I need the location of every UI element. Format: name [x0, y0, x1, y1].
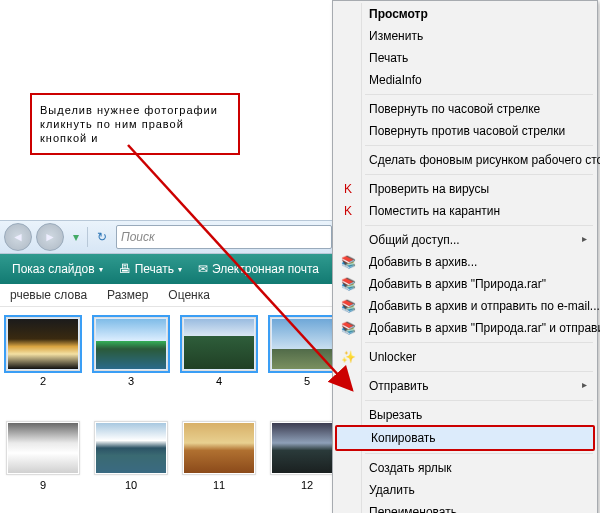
nav-separator: [87, 227, 88, 247]
menu-rotate-cw[interactable]: Повернуть по часовой стрелке: [335, 98, 595, 120]
menu-copy[interactable]: Копировать: [335, 425, 595, 451]
nav-back-button[interactable]: ◄: [4, 223, 32, 251]
thumbnail-item[interactable]: 4: [182, 317, 256, 387]
thumbnail-caption: 11: [182, 479, 256, 491]
menu-edit[interactable]: Изменить: [335, 25, 595, 47]
thumbnail-caption: 10: [94, 479, 168, 491]
menu-rotate-ccw[interactable]: Повернуть против часовой стрелки: [335, 120, 595, 142]
kaspersky-icon: K: [340, 181, 356, 197]
thumbnail-caption: 4: [182, 375, 256, 387]
thumbnail-item[interactable]: 9: [6, 421, 80, 491]
menu-divider: [365, 174, 593, 175]
nav-forward-button[interactable]: ►: [36, 223, 64, 251]
col-rating[interactable]: Оценка: [158, 288, 220, 302]
menu-send[interactable]: Отправить: [335, 375, 595, 397]
col-size[interactable]: Размер: [97, 288, 158, 302]
menu-divider: [365, 371, 593, 372]
menu-shortcut[interactable]: Создать ярлык: [335, 457, 595, 479]
menu-wallpaper[interactable]: Сделать фоновым рисунком рабочего стола: [335, 149, 595, 171]
rar-icon: 📚: [340, 254, 356, 270]
email-label: Электронная почта: [212, 262, 319, 276]
wand-icon: ✨: [340, 349, 356, 365]
thumbnail-caption: 9: [6, 479, 80, 491]
rar-icon: 📚: [340, 276, 356, 292]
thumbnail-caption: 3: [94, 375, 168, 387]
thumbnail-item[interactable]: 11: [182, 421, 256, 491]
menu-quarantine[interactable]: KПоместить на карантин: [335, 200, 595, 222]
column-headers: рчевые слова Размер Оценка: [0, 284, 336, 307]
menu-divider: [365, 400, 593, 401]
menu-cut[interactable]: Вырезать: [335, 404, 595, 426]
menu-divider: [365, 145, 593, 146]
print-label: Печать: [135, 262, 174, 276]
menu-share[interactable]: Общий доступ...: [335, 229, 595, 251]
menu-print[interactable]: Печать: [335, 47, 595, 69]
menu-add-archive-named[interactable]: 📚Добавить в архив "Природа.rar": [335, 273, 595, 295]
menu-divider: [365, 342, 593, 343]
search-placeholder: Поиск: [121, 230, 155, 244]
print-button[interactable]: 🖶Печать▾: [113, 262, 188, 276]
thumbnail-row: 2 3 4 5: [6, 313, 336, 391]
explorer-window: ◄ ► ▾ ↻ Поиск Показ слайдов▾ 🖶Печать▾ ✉Э…: [0, 220, 336, 495]
nav-bar: ◄ ► ▾ ↻ Поиск: [0, 220, 336, 254]
menu-archive-named-email[interactable]: 📚Добавить в архив "Природа.rar" и отправ…: [335, 317, 595, 339]
slideshow-label: Показ слайдов: [12, 262, 95, 276]
slideshow-button[interactable]: Показ слайдов▾: [6, 262, 109, 276]
thumbnail-item[interactable]: 3: [94, 317, 168, 387]
search-input[interactable]: Поиск: [116, 225, 332, 249]
menu-virus-check[interactable]: KПроверить на вирусы: [335, 178, 595, 200]
menu-unlocker[interactable]: ✨Unlocker: [335, 346, 595, 368]
thumbnail-item[interactable]: 10: [94, 421, 168, 491]
rar-icon: 📚: [340, 320, 356, 336]
thumbnail-caption: 2: [6, 375, 80, 387]
nav-history-dropdown[interactable]: ▾: [68, 230, 83, 245]
menu-divider: [365, 225, 593, 226]
menu-view[interactable]: Просмотр: [335, 3, 595, 25]
print-icon: 🖶: [119, 262, 131, 276]
command-bar: Показ слайдов▾ 🖶Печать▾ ✉Электронная поч…: [0, 254, 336, 284]
thumbnail-area: 2 3 4 5 9 10 11 12: [0, 307, 336, 495]
menu-mediainfo[interactable]: MediaInfo: [335, 69, 595, 91]
menu-divider: [365, 453, 593, 454]
thumbnail-item[interactable]: 2: [6, 317, 80, 387]
email-button[interactable]: ✉Электронная почта: [192, 262, 325, 276]
email-icon: ✉: [198, 262, 208, 276]
instruction-annotation: Выделив нужнее фотографии кликнуть по ни…: [30, 93, 240, 155]
menu-add-archive[interactable]: 📚Добавить в архив...: [335, 251, 595, 273]
context-menu: Просмотр Изменить Печать MediaInfo Повер…: [332, 0, 598, 513]
kaspersky-icon: K: [340, 203, 356, 219]
menu-archive-email[interactable]: 📚Добавить в архив и отправить по e-mail.…: [335, 295, 595, 317]
col-keywords[interactable]: рчевые слова: [0, 288, 97, 302]
rar-icon: 📚: [340, 298, 356, 314]
thumbnail-row: 9 10 11 12: [6, 417, 336, 495]
menu-rename[interactable]: Переименовать: [335, 501, 595, 513]
refresh-button[interactable]: ↻: [92, 227, 112, 247]
menu-delete[interactable]: Удалить: [335, 479, 595, 501]
menu-divider: [365, 94, 593, 95]
